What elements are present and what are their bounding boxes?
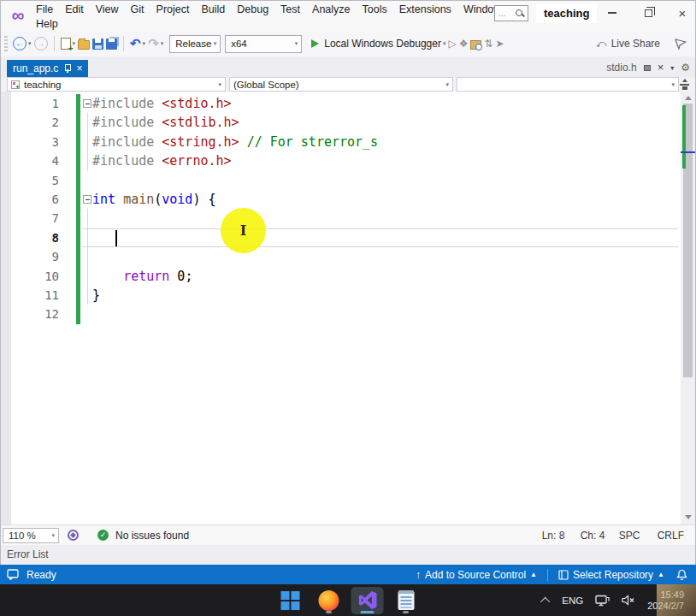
- select-repository-button[interactable]: Select Repository ▲: [558, 569, 664, 581]
- menu-item-build[interactable]: Build: [195, 3, 231, 16]
- save-icon[interactable]: [92, 38, 103, 50]
- code-line[interactable]: #include <string.h> // For strerror_s: [92, 133, 680, 151]
- menu-item-edit[interactable]: Edit: [59, 3, 90, 16]
- redo-icon[interactable]: ↷: [148, 38, 159, 50]
- code-line[interactable]: [92, 209, 680, 228]
- line-number: 12: [11, 305, 66, 323]
- line-number: 9: [11, 247, 66, 266]
- minimize-button[interactable]: [598, 1, 627, 25]
- add-to-source-control-button[interactable]: ↑ Add to Source Control ▲: [416, 569, 537, 581]
- code-line[interactable]: [92, 305, 680, 323]
- debug-target-dropdown-icon[interactable]: ▾: [443, 40, 446, 47]
- code-editor[interactable]: 123456789101112 #include <stdio.h>#inclu…: [1, 92, 695, 524]
- attach-icon[interactable]: ❖: [459, 38, 469, 50]
- menu-item-extensions[interactable]: Extensions: [393, 3, 457, 16]
- scope-dropdown[interactable]: (Global Scope) ▾: [229, 77, 453, 92]
- taskbar-notepad-button[interactable]: [390, 587, 422, 614]
- configuration-dropdown[interactable]: Release ▾: [169, 35, 221, 53]
- document-health-icon[interactable]: [68, 530, 79, 541]
- taskbar-visual-studio-button[interactable]: [351, 587, 384, 614]
- menu-item-project[interactable]: Project: [150, 3, 196, 16]
- back-dropdown-icon[interactable]: ▾: [28, 40, 32, 47]
- code-token: [92, 269, 123, 284]
- close-icon[interactable]: ×: [76, 63, 82, 74]
- member-dropdown[interactable]: ▾: [457, 77, 679, 92]
- tab-list-chevron-icon[interactable]: ▾: [670, 64, 674, 72]
- platform-dropdown[interactable]: x64 ▾: [225, 35, 302, 53]
- vertical-scrollbar[interactable]: [681, 92, 695, 524]
- new-file-icon[interactable]: [61, 38, 71, 50]
- breakpoint-margin[interactable]: [1, 92, 11, 524]
- code-line[interactable]: }: [92, 286, 680, 305]
- open-folder-icon[interactable]: [78, 40, 90, 50]
- line-number: 5: [11, 171, 66, 190]
- restore-button[interactable]: [634, 1, 663, 25]
- code-line[interactable]: [92, 228, 680, 247]
- menu-item-help[interactable]: Help: [30, 17, 64, 31]
- fold-toggle-icon[interactable]: [83, 195, 91, 204]
- find-in-files-icon[interactable]: [470, 40, 481, 50]
- status-line-ending[interactable]: CRLF: [658, 530, 684, 542]
- navigate-forward-icon[interactable]: →: [34, 37, 48, 50]
- notifications-bell-icon[interactable]: [676, 569, 687, 581]
- close-icon[interactable]: ×: [658, 62, 664, 73]
- code-line[interactable]: [92, 247, 680, 266]
- menu-item-debug[interactable]: Debug: [231, 3, 274, 16]
- save-all-icon[interactable]: [106, 38, 117, 50]
- menu-item-test[interactable]: Test: [274, 3, 306, 16]
- navigate-back-icon[interactable]: ←: [13, 37, 27, 50]
- issues-message[interactable]: No issues found: [115, 530, 189, 542]
- start-debugging-button[interactable]: Local Windows Debugger: [311, 38, 441, 50]
- send-feedback-icon[interactable]: [675, 38, 687, 50]
- network-icon[interactable]: [595, 595, 610, 607]
- navigate-symbols-icon[interactable]: ⇅: [484, 38, 493, 50]
- hidden-icons-chevron[interactable]: [540, 596, 550, 606]
- close-button[interactable]: ×: [668, 1, 696, 25]
- undo-dropdown-icon[interactable]: ▾: [143, 40, 146, 47]
- pin-icon[interactable]: [64, 64, 70, 73]
- code-line[interactable]: #include <stdio.h>: [92, 94, 680, 113]
- scroll-up-icon[interactable]: [681, 92, 695, 104]
- search-icon: [516, 9, 524, 18]
- menu-item-git[interactable]: Git: [125, 3, 150, 16]
- code-line[interactable]: #include <stdlib.h>: [92, 113, 680, 132]
- menu-item-analyze[interactable]: Analyze: [306, 3, 356, 16]
- live-share-label: Live Share: [611, 38, 660, 50]
- tab-stdio-h[interactable]: stdio.h: [606, 62, 636, 74]
- start-without-debugging-icon[interactable]: ▷: [448, 38, 456, 50]
- volume-muted-icon[interactable]: [622, 595, 635, 606]
- status-column-number[interactable]: Ch: 4: [581, 530, 606, 542]
- error-list-panel-tab[interactable]: Error List: [7, 548, 49, 560]
- taskbar-firefox-button[interactable]: [313, 587, 345, 614]
- start-button[interactable]: [274, 587, 307, 614]
- live-share-button[interactable]: ⤺ Live Share: [596, 38, 660, 50]
- status-space-mode[interactable]: SPC: [619, 530, 645, 542]
- menu-item-view[interactable]: View: [90, 3, 125, 16]
- redo-dropdown-icon[interactable]: ▾: [161, 40, 164, 47]
- code-line[interactable]: [92, 171, 680, 190]
- code-line[interactable]: #include <errno.h>: [92, 151, 680, 170]
- undo-icon[interactable]: ↶: [130, 38, 141, 50]
- code-line[interactable]: return 0;: [92, 267, 680, 286]
- project-icon: [11, 80, 20, 89]
- windows-taskbar: ENG 15:49 2024/2/7: [0, 584, 696, 616]
- language-indicator[interactable]: ENG: [562, 595, 583, 606]
- zoom-dropdown[interactable]: 110 % ▾: [3, 528, 59, 543]
- status-line-number[interactable]: Ln: 8: [542, 530, 568, 542]
- code-line[interactable]: int main(void) {: [92, 190, 680, 209]
- gear-icon[interactable]: ⚙: [681, 62, 690, 73]
- search-input[interactable]: ...: [494, 5, 528, 21]
- toolbar-grip[interactable]: [4, 36, 8, 51]
- menu-item-file[interactable]: File: [30, 3, 59, 16]
- scroll-down-icon[interactable]: [681, 511, 695, 523]
- pin-icon[interactable]: [644, 64, 651, 72]
- split-window-icon[interactable]: [679, 79, 691, 90]
- tab-run-app-c[interactable]: run_app.c ×: [7, 60, 88, 77]
- chevron-down-icon: ▾: [295, 40, 298, 47]
- cursor-tools-icon[interactable]: ➤: [496, 38, 504, 50]
- feedback-icon[interactable]: [7, 569, 20, 580]
- fold-toggle-icon[interactable]: [83, 99, 91, 108]
- menu-item-tools[interactable]: Tools: [357, 3, 393, 16]
- code-token: #include: [92, 134, 162, 150]
- project-dropdown[interactable]: teaching ▾: [7, 77, 226, 92]
